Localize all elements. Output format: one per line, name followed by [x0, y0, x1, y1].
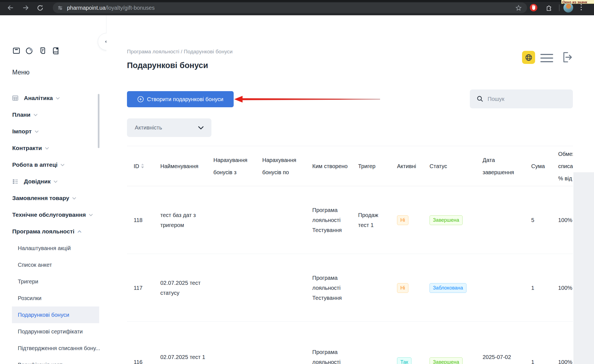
create-gift-bonus-button[interactable]: Створити подарункові бонуси: [127, 91, 234, 107]
archive-icon[interactable]: [12, 46, 21, 55]
adblock-extension-icon[interactable]: [530, 4, 538, 13]
sidebar-item-label: Довідник: [24, 178, 51, 185]
browser-forward-button[interactable]: [21, 3, 30, 12]
sidebar-item-pharmacy-work[interactable]: Робота в аптеці: [0, 156, 106, 173]
language-button[interactable]: [522, 51, 535, 64]
sidebar-item-label: Технічне обслуговування: [12, 211, 86, 218]
cell-limit: 100%: [551, 322, 573, 364]
table-header-row: ID Найменування Нарахування бонусів з На…: [127, 146, 573, 186]
cell-end-date: 2025-07-02 17:15:38: [476, 322, 525, 364]
search-input[interactable]: [488, 96, 563, 102]
column-label: ID: [134, 160, 139, 172]
sidebar-item-goods-order[interactable]: Замовлення товару: [0, 190, 106, 206]
cell-active: Так: [390, 322, 423, 364]
profile-avatar[interactable]: [563, 3, 573, 13]
sidebar-subitem-questionnaires[interactable]: Список анкет: [0, 256, 106, 273]
sidebar-subitem-gift-bonuses[interactable]: Подарункові бонуси: [12, 306, 99, 323]
sidebar-item-import[interactable]: Імпорт: [0, 123, 106, 140]
url-text: pharmapoint.ua/loyalty/gift-bonuses: [67, 5, 155, 11]
sidebar-subitem-card-verification[interactable]: Верифікація карт: [0, 356, 106, 364]
forward-arrow-icon: [22, 4, 29, 11]
sidebar-item-label: Замовлення товару: [12, 195, 69, 201]
active-badge: Так: [397, 357, 411, 364]
cell-active: Ні: [390, 186, 423, 254]
sidebar-item-label: Аналітика: [24, 95, 53, 101]
table-row[interactable]: 116 02.07.2025 тест 1 грн Програма лояль…: [127, 322, 573, 364]
sidebar-item-maintenance[interactable]: Технічне обслуговування: [0, 206, 106, 223]
sidebar-item-label: Програма лояльності: [12, 228, 74, 235]
cell-sum: 5: [525, 186, 551, 254]
main-content: Програма лояльності / Подарункові бонуси…: [106, 15, 594, 364]
bookmark-star-button[interactable]: [515, 4, 522, 13]
address-bar[interactable]: pharmapoint.ua/loyalty/gift-bonuses: [53, 3, 527, 13]
sidebar-subitem-mailings[interactable]: Розсилки: [0, 290, 106, 306]
chevron-down-icon: [72, 197, 76, 200]
sidebar-scrollbar[interactable]: [98, 94, 99, 148]
sidebar-item-contracts[interactable]: Контракти: [0, 140, 106, 156]
plus-circle-icon: [137, 96, 144, 103]
pie-chart-icon[interactable]: [25, 46, 34, 55]
cell-name: 02.07.2025 тест 1 грн: [154, 322, 207, 364]
red-arrow-annotation: [234, 95, 380, 103]
sidebar-item-analytics[interactable]: Аналітика: [0, 90, 106, 106]
cell-created-by: Програма лояльності Тестування: [306, 186, 351, 254]
cell-name: 02.07.2025 тест статусу: [154, 254, 207, 322]
cell-accrual-from: [207, 254, 256, 322]
sidebar-item-plans[interactable]: Плани: [0, 106, 106, 123]
sidebar-item-label: Плани: [12, 111, 31, 118]
url-path: /loyalty/gift-bonuses: [106, 5, 155, 11]
sidebar-item-loyalty-program[interactable]: Програма лояльності: [0, 223, 106, 240]
table-right-gutter: [573, 172, 594, 364]
column-header-id[interactable]: ID: [127, 146, 154, 186]
sidebar-subitem-label: Розсилки: [18, 295, 41, 301]
list-icon: [12, 178, 18, 185]
puzzle-icon: [545, 4, 553, 11]
chevron-down-icon: [54, 180, 58, 183]
sidebar-item-directory[interactable]: Довідник: [0, 173, 106, 190]
reload-icon: [37, 4, 44, 11]
column-header-end-date: Дата завершення: [476, 146, 525, 186]
sidebar-menu: Аналітика Плани Імпорт Контракти Робота …: [0, 90, 106, 364]
sidebar-subitem-gift-certificates[interactable]: Подарункові сертифікати: [0, 323, 106, 340]
document-icon[interactable]: [38, 46, 47, 55]
column-header-created-by: Ким створено: [306, 146, 351, 186]
extensions-button[interactable]: [545, 4, 553, 13]
logout-button[interactable]: [560, 50, 574, 65]
column-header-status: Статус: [423, 146, 476, 186]
column-header-accrual-to: Нарахування бонусів по: [256, 146, 306, 186]
url-host: pharmapoint.ua: [67, 5, 106, 11]
chevron-down-icon: [61, 164, 64, 166]
sidebar-subitem-promo-settings[interactable]: Налаштування акцій: [0, 240, 106, 256]
cell-limit: 100%: [551, 186, 573, 254]
book-icon[interactable]: [51, 46, 60, 55]
sidebar-item-label: Робота в аптеці: [12, 161, 58, 168]
gift-bonuses-table: ID Найменування Нарахування бонусів з На…: [127, 146, 573, 364]
column-header-trigger: Тригер: [351, 146, 390, 186]
sidebar-subitem-writeoff-confirmation[interactable]: Підтвердження списання бону...: [0, 340, 106, 356]
activity-filter-dropdown[interactable]: Активність: [127, 118, 211, 137]
browser-reload-button[interactable]: [36, 3, 44, 12]
breadcrumb: Програма лояльності / Подарункові бонуси: [127, 49, 233, 55]
column-header-accrual-from: Нарахування бонусів з: [207, 146, 256, 186]
cell-status: Заблокована: [423, 254, 476, 322]
browser-back-button[interactable]: [6, 3, 15, 12]
sidebar-item-label: Імпорт: [12, 128, 32, 135]
sidebar-subitem-triggers[interactable]: Тригери: [0, 273, 106, 290]
table-row[interactable]: 117 02.07.2025 тест статусу Програма лоя…: [127, 254, 573, 322]
active-badge: Ні: [397, 283, 408, 293]
table-row[interactable]: 118 тест баз дат з тригером Програма лоя…: [127, 186, 573, 254]
menu-lines-button[interactable]: [540, 54, 553, 62]
cell-accrual-from: [207, 322, 256, 364]
browser-chrome: pharmapoint.ua/loyalty/gift-bonuses Окно…: [0, 0, 594, 15]
cell-id: 118: [127, 186, 154, 254]
sort-icon[interactable]: [141, 164, 144, 168]
site-info-icon[interactable]: [57, 5, 63, 11]
sidebar: Меню Аналітика Плани Імпорт Контракти Ро…: [0, 15, 106, 364]
back-arrow-icon: [7, 4, 14, 11]
browser-menu-button[interactable]: [581, 4, 582, 10]
chevron-down-icon: [89, 214, 93, 216]
page-title: Подарункові бонуси: [127, 61, 208, 70]
status-badge: Завершена: [430, 357, 463, 364]
cell-status: Завершена: [423, 186, 476, 254]
cell-name: тест баз дат з тригером: [154, 186, 207, 254]
